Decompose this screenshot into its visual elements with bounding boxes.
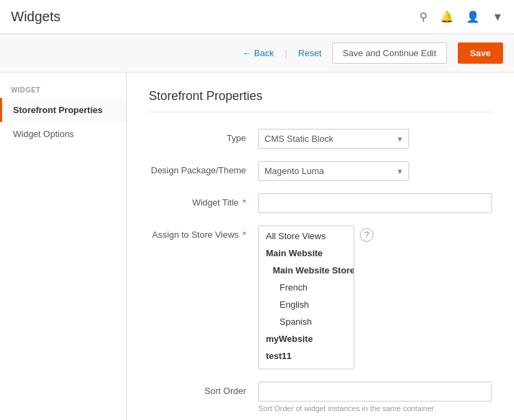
design-package-select-wrapper: Magento Luma ▼	[258, 161, 409, 181]
design-package-select[interactable]: Magento Luma	[258, 161, 409, 181]
sidebar-item-storefront-properties[interactable]: Storefront Properties	[0, 98, 126, 122]
sort-order-row: Sort Order Sort Order of widget instance…	[149, 382, 492, 412]
widget-title-row: Widget Title *	[149, 193, 492, 213]
list-item[interactable]: myWebsite	[259, 330, 354, 347]
sort-order-input[interactable]	[258, 382, 492, 402]
widget-title-required-indicator: *	[243, 197, 246, 208]
content-divider	[149, 112, 492, 112]
widget-title-field	[258, 193, 492, 213]
list-item[interactable]: test11	[259, 347, 354, 365]
type-select-wrapper: CMS Static Block ▼	[258, 129, 409, 149]
page-title: Widgets	[11, 9, 60, 25]
design-package-row: Design Package/Theme Magento Luma ▼	[149, 161, 492, 181]
store-views-row: Assign to Store Views * All Store Views …	[149, 225, 492, 369]
content-title: Storefront Properties	[149, 89, 492, 103]
content-area: Storefront Properties Type CMS Static Bl…	[127, 73, 514, 420]
list-item[interactable]: Spanish	[259, 313, 354, 330]
chevron-down-icon[interactable]: ▼	[492, 11, 503, 23]
list-item[interactable]: English	[259, 296, 354, 313]
user-icon[interactable]: 👤	[466, 10, 480, 23]
main-layout: WIDGET Storefront Properties Widget Opti…	[0, 73, 514, 420]
type-field: CMS Static Block ▼	[258, 129, 492, 149]
sort-order-label: Sort Order	[149, 382, 258, 396]
sidebar-item-widget-options[interactable]: Widget Options	[0, 122, 126, 146]
store-views-listbox-wrapper: All Store Views Main Website Main Websit…	[258, 225, 492, 369]
list-item[interactable]: Main Website Store	[259, 262, 354, 279]
type-select[interactable]: CMS Static Block	[258, 129, 409, 149]
type-row: Type CMS Static Block ▼	[149, 129, 492, 149]
widget-title-input[interactable]	[258, 193, 492, 213]
design-package-label: Design Package/Theme	[149, 161, 258, 177]
reset-button[interactable]: Reset	[298, 48, 321, 58]
store-views-listbox[interactable]: All Store Views Main Website Main Websit…	[258, 225, 354, 369]
top-bar: Widgets ⚲ 🔔 👤 ▼	[0, 0, 514, 34]
sidebar-section-title: WIDGET	[0, 79, 126, 98]
widget-title-label: Widget Title *	[149, 193, 258, 208]
back-button[interactable]: ← Back	[243, 48, 274, 58]
sort-order-field: Sort Order of widget instances in the sa…	[258, 382, 492, 412]
store-views-label: Assign to Store Views *	[149, 225, 258, 240]
store-views-required-indicator: *	[243, 230, 246, 240]
design-package-field: Magento Luma ▼	[258, 161, 492, 181]
list-item[interactable]: test2	[259, 365, 354, 369]
save-button[interactable]: Save	[458, 42, 503, 64]
store-views-field: All Store Views Main Website Main Websit…	[258, 225, 492, 369]
list-item[interactable]: French	[259, 279, 354, 296]
sidebar: WIDGET Storefront Properties Widget Opti…	[0, 73, 127, 420]
list-item[interactable]: Main Website	[259, 245, 354, 262]
action-bar: ← Back | Reset Save and Continue Edit Sa…	[0, 34, 514, 73]
bell-icon[interactable]: 🔔	[440, 10, 454, 23]
store-views-help-icon[interactable]: ?	[360, 228, 374, 242]
back-arrow-icon: ←	[243, 48, 252, 58]
list-item[interactable]: All Store Views	[259, 227, 354, 245]
top-bar-icons: ⚲ 🔔 👤 ▼	[419, 10, 503, 23]
search-icon[interactable]: ⚲	[419, 10, 428, 23]
sort-order-hint: Sort Order of widget instances in the sa…	[258, 404, 492, 412]
save-continue-button[interactable]: Save and Continue Edit	[332, 42, 447, 64]
type-label: Type	[149, 129, 258, 143]
